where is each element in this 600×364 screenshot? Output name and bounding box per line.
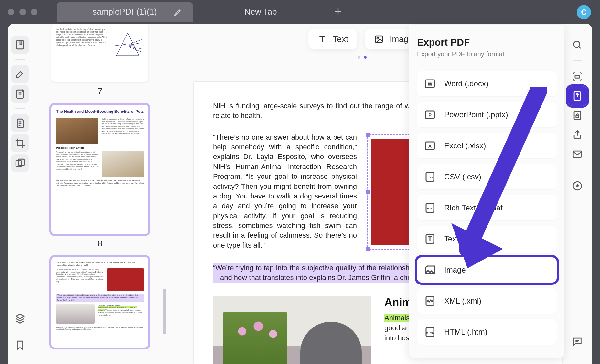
tab-new[interactable]: New Tab	[193, 2, 328, 22]
share-icon[interactable]	[568, 125, 587, 145]
add-tab-button[interactable]	[328, 5, 348, 19]
svg-text:CSV: CSV	[427, 176, 434, 179]
export-html-label: HTML (.htm)	[444, 327, 488, 337]
export-excel[interactable]: X Excel (.xlsx)	[417, 133, 557, 158]
tab-new-label: New Tab	[244, 7, 277, 17]
export-ppt-label: PowerPoint (.pptx)	[444, 110, 508, 119]
export-xml-label: XML (.xml)	[444, 296, 481, 305]
save-icon[interactable]	[568, 176, 587, 196]
export-excel-label: Excel (.xlsx)	[444, 141, 486, 150]
export-txt[interactable]: Text (.txt)	[417, 226, 557, 252]
tool-text[interactable]: Text	[308, 29, 358, 49]
edit-tab-icon[interactable]	[173, 7, 183, 17]
window-controls	[8, 9, 38, 15]
tool-text-label: Text	[333, 34, 348, 44]
traffic-close[interactable]	[8, 9, 14, 15]
dot	[358, 56, 360, 59]
rtf-icon: RTF	[424, 202, 436, 214]
export-html[interactable]: HTML HTML (.htm)	[417, 319, 557, 345]
tab-active-label: samplePDF(1)(1)	[92, 7, 157, 17]
tab-bar: samplePDF(1)(1) New Tab	[57, 0, 348, 24]
export-image[interactable]: Image	[417, 257, 557, 283]
svg-rect-4	[375, 36, 383, 42]
txt-icon	[424, 233, 436, 245]
export-icon[interactable]	[568, 86, 587, 106]
rail-separator	[573, 170, 582, 170]
svg-rect-7	[575, 75, 580, 78]
traffic-min[interactable]	[19, 9, 26, 15]
export-word[interactable]: W Word (.docx)	[417, 71, 557, 96]
rail-separator	[15, 59, 25, 60]
tab-active[interactable]: samplePDF(1)(1)	[57, 2, 193, 22]
prism-diagram-icon	[112, 28, 144, 61]
ppt-icon: P	[424, 109, 436, 121]
ocr-icon[interactable]	[568, 67, 587, 86]
export-rtf[interactable]: RTF Rich Text Format	[417, 195, 557, 220]
resize-handle[interactable]	[366, 190, 370, 194]
traffic-max[interactable]	[31, 9, 38, 15]
svg-point-5	[377, 37, 379, 39]
svg-point-6	[574, 41, 580, 47]
rail-separator	[573, 60, 582, 61]
layers-icon[interactable]	[11, 309, 29, 327]
export-word-label: Word (.docx)	[444, 79, 488, 88]
search-icon[interactable]	[568, 35, 587, 55]
right-rail	[562, 24, 592, 364]
crop-icon[interactable]	[11, 134, 29, 152]
titlebar: samplePDF(1)(1) New Tab C	[0, 0, 600, 24]
bookmark-icon[interactable]	[11, 336, 29, 354]
tool-indicator	[358, 56, 373, 59]
panel-title: Export PDF	[417, 37, 557, 48]
comment-icon[interactable]	[568, 332, 587, 351]
svg-text:W: W	[428, 81, 433, 87]
svg-text:HTML: HTML	[426, 331, 434, 334]
green-highlight: Animals	[384, 314, 410, 322]
html-icon: HTML	[424, 326, 436, 338]
panel-divider	[417, 65, 557, 65]
excel-icon: X	[424, 140, 436, 152]
avatar[interactable]: C	[577, 5, 591, 19]
text-icon	[317, 34, 327, 44]
pages-icon[interactable]	[11, 114, 29, 132]
edit-toolbar: Text Image	[308, 29, 422, 49]
cat-tulip-image[interactable]	[213, 296, 371, 364]
export-rtf-label: Rich Text Format	[444, 203, 503, 212]
export-csv-label: CSV (.csv)	[444, 172, 481, 181]
svg-rect-10	[576, 115, 579, 118]
csv-icon: CSV	[424, 171, 436, 183]
thumb-subhead: Possible Health Effects	[56, 146, 144, 150]
export-xml[interactable]: XML (.xml)	[417, 288, 557, 314]
bookmark-panel-icon[interactable]	[11, 36, 29, 54]
thumb-page-8[interactable]: The Health and Mood-Boosting Benefits of…	[51, 105, 148, 234]
export-panel: Export PDF Export your PDF to any format…	[409, 25, 564, 358]
image-icon	[374, 34, 384, 44]
left-rail	[8, 24, 32, 364]
dot-active	[364, 56, 367, 59]
thumb-page-9[interactable]: NIH is funding large-scale surveys to fi…	[51, 257, 148, 348]
image-file-icon	[424, 264, 436, 276]
highlighter-icon[interactable]	[11, 65, 29, 83]
export-csv[interactable]: CSV CSV (.csv)	[417, 164, 557, 189]
doc-quote: “There’s no one answer about how a pet c…	[213, 133, 357, 250]
export-ppt[interactable]: P PowerPoint (.pptx)	[417, 102, 557, 127]
thumb-number: 7	[45, 86, 155, 96]
xml-icon	[424, 295, 436, 307]
avatar-initial: C	[581, 8, 586, 17]
mail-icon[interactable]	[568, 145, 587, 164]
svg-text:RTF: RTF	[427, 207, 433, 210]
thumb-page-7[interactable]: laid the foundation for the theory of di…	[51, 24, 148, 82]
resize-handle[interactable]	[366, 247, 370, 251]
thumb-number: 8	[45, 239, 155, 249]
compare-icon[interactable]	[11, 154, 29, 172]
resize-handle[interactable]	[366, 133, 370, 137]
thumb-title: The Health and Mood-Boosting Benefits of…	[56, 109, 144, 114]
svg-text:P: P	[428, 112, 432, 118]
panel-subtitle: Export your PDF to any format	[417, 50, 557, 58]
export-txt-label: Text (.txt)	[444, 234, 476, 243]
annotate-page-icon[interactable]	[11, 85, 29, 103]
lock-page-icon[interactable]	[568, 106, 587, 125]
rail-separator	[15, 108, 25, 109]
thumbnail-panel: laid the foundation for the theory of di…	[32, 24, 168, 364]
export-image-label: Image	[444, 265, 466, 274]
word-icon: W	[424, 78, 436, 90]
